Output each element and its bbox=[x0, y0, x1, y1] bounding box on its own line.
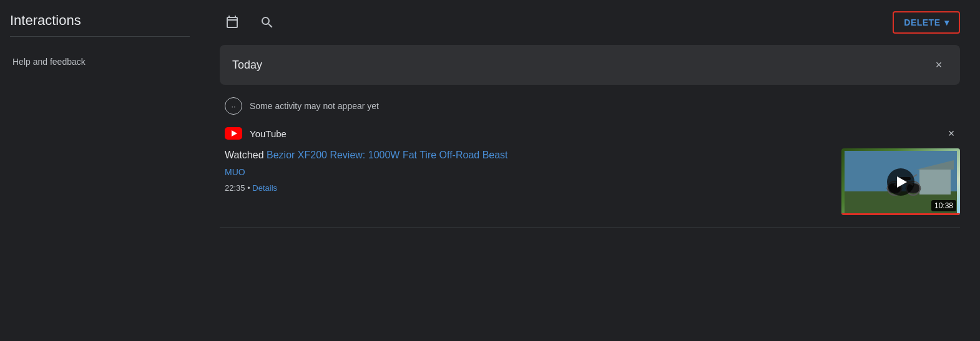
sidebar: Interactions Help and feedback bbox=[0, 0, 200, 341]
source-left: YouTube bbox=[225, 127, 287, 140]
activity-notice-icon: ·· bbox=[225, 97, 242, 115]
delete-button[interactable]: DELETE ▾ bbox=[893, 11, 960, 34]
date-filter-close-button[interactable]: × bbox=[930, 56, 948, 74]
sidebar-title: Interactions bbox=[10, 12, 190, 29]
calendar-icon bbox=[225, 15, 240, 30]
activity-link[interactable]: Bezior XF200 Review: 1000W Fat Tire Off-… bbox=[267, 150, 508, 160]
search-icon-button[interactable] bbox=[255, 10, 280, 35]
delete-chevron-icon: ▾ bbox=[944, 17, 949, 27]
date-filter-box: Today × bbox=[220, 45, 960, 85]
activity-timestamp: 22:35 bbox=[225, 183, 245, 193]
video-duration-badge: 10:38 bbox=[931, 200, 956, 211]
sidebar-divider bbox=[10, 36, 190, 37]
toolbar-left bbox=[220, 10, 280, 35]
main-content: DELETE ▾ Today × ·· Some activity may no… bbox=[200, 0, 980, 341]
calendar-icon-button[interactable] bbox=[220, 10, 245, 35]
activity-source-link[interactable]: MUO bbox=[225, 167, 829, 177]
date-filter-label: Today bbox=[232, 59, 262, 72]
delete-label: DELETE bbox=[904, 17, 940, 27]
activity-description: Watched Bezior XF200 Review: 1000W Fat T… bbox=[225, 148, 829, 162]
play-triangle-icon bbox=[897, 176, 907, 188]
play-button-overlay[interactable] bbox=[887, 168, 914, 196]
video-progress-bar bbox=[841, 213, 960, 215]
activity-prefix: Watched bbox=[225, 150, 267, 160]
activity-item: Watched Bezior XF200 Review: 1000W Fat T… bbox=[220, 148, 960, 228]
activity-details-link[interactable]: Details bbox=[252, 183, 277, 193]
youtube-source-row: YouTube × bbox=[220, 125, 960, 142]
search-icon bbox=[260, 15, 275, 30]
svg-rect-4 bbox=[919, 170, 951, 195]
youtube-source-close-button[interactable]: × bbox=[943, 125, 960, 142]
toolbar: DELETE ▾ bbox=[220, 10, 960, 35]
activity-meta: 22:35 • Details bbox=[225, 183, 829, 193]
sidebar-item-help-feedback[interactable]: Help and feedback bbox=[10, 52, 190, 72]
video-thumbnail[interactable]: 10:38 bbox=[841, 148, 960, 215]
activity-notice: ·· Some activity may not appear yet bbox=[220, 97, 960, 115]
activity-item-left: Watched Bezior XF200 Review: 1000W Fat T… bbox=[225, 148, 829, 193]
activity-notice-text: Some activity may not appear yet bbox=[250, 101, 379, 111]
source-name: YouTube bbox=[250, 128, 287, 139]
youtube-logo-icon bbox=[225, 127, 242, 140]
